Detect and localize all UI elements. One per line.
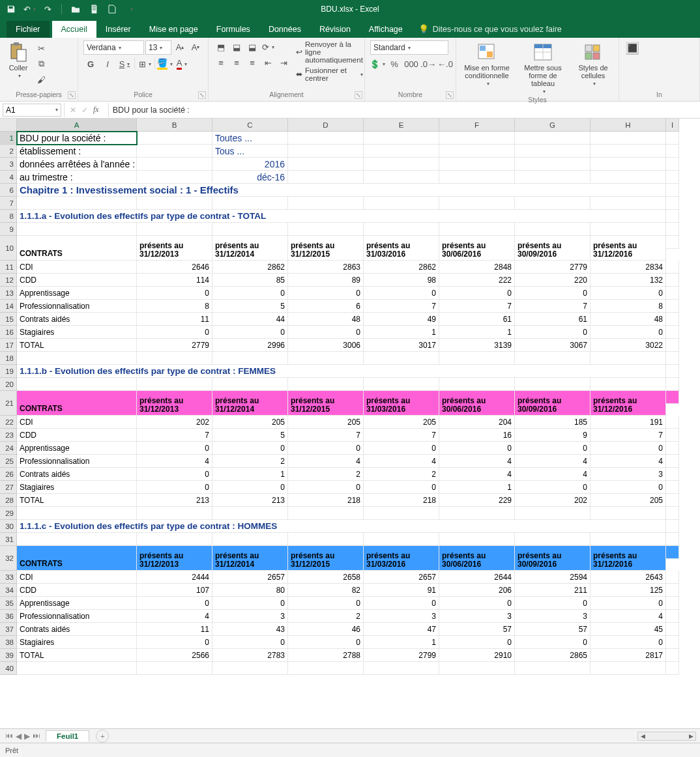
- cell[interactable]: [666, 416, 679, 429]
- cell[interactable]: 3017: [364, 339, 439, 352]
- cell[interactable]: [288, 132, 364, 145]
- cell[interactable]: [137, 533, 212, 546]
- cell[interactable]: 0: [591, 326, 666, 339]
- cell[interactable]: 3: [439, 610, 515, 623]
- row-header[interactable]: 22: [0, 416, 17, 429]
- cell[interactable]: [137, 662, 212, 675]
- number-format-combo[interactable]: Standard▾: [370, 40, 448, 55]
- column-header[interactable]: A: [17, 119, 137, 132]
- tab-accueil[interactable]: Accueil: [52, 21, 96, 38]
- cell[interactable]: [666, 455, 679, 468]
- sheet-area[interactable]: ABCDEFGHI1BDU pour la société :Toutes ..…: [0, 119, 700, 728]
- cell[interactable]: [288, 378, 364, 391]
- cut-icon[interactable]: ✂: [34, 42, 48, 55]
- cell[interactable]: présents au31/03/2016: [364, 391, 439, 416]
- row-header[interactable]: 1: [0, 132, 17, 145]
- cell[interactable]: 80: [212, 584, 288, 597]
- cell[interactable]: 218: [364, 494, 439, 507]
- cell[interactable]: 2646: [137, 261, 212, 274]
- cell[interactable]: 4: [364, 455, 439, 468]
- cell[interactable]: [666, 313, 679, 326]
- cell[interactable]: 220: [515, 274, 591, 287]
- cell[interactable]: [439, 145, 515, 158]
- cell[interactable]: [515, 533, 591, 546]
- cell[interactable]: 47: [364, 623, 439, 636]
- row-header[interactable]: 25: [0, 455, 17, 468]
- cell[interactable]: TOTAL: [17, 494, 137, 507]
- cell[interactable]: [666, 442, 679, 455]
- cell[interactable]: 3: [364, 610, 439, 623]
- cell[interactable]: 2657: [364, 571, 439, 584]
- cell[interactable]: [666, 520, 679, 533]
- cell[interactable]: [591, 378, 666, 391]
- cell[interactable]: 125: [591, 584, 666, 597]
- orientation-icon[interactable]: ⟳▾: [261, 40, 275, 53]
- cell[interactable]: [666, 339, 679, 352]
- cell[interactable]: 4: [288, 455, 364, 468]
- cell[interactable]: 2862: [364, 261, 439, 274]
- font-color-icon[interactable]: A▾: [175, 57, 189, 70]
- cell[interactable]: [515, 158, 591, 171]
- row-header[interactable]: 23: [0, 429, 17, 442]
- cell[interactable]: 0: [439, 597, 515, 610]
- cell[interactable]: 204: [439, 416, 515, 429]
- increase-decimal-icon[interactable]: .0→: [421, 57, 435, 70]
- cell[interactable]: [666, 171, 679, 184]
- paste-button[interactable]: Coller ▾: [5, 40, 31, 80]
- cell[interactable]: [439, 197, 515, 210]
- conditional-formatting-button[interactable]: Mise en forme conditionnelle▾: [461, 40, 512, 88]
- cell[interactable]: 4: [591, 610, 666, 623]
- row-header[interactable]: 31: [0, 533, 17, 546]
- cell[interactable]: 202: [515, 494, 591, 507]
- cell[interactable]: CDD: [17, 274, 137, 287]
- cell[interactable]: 44: [212, 313, 288, 326]
- cell[interactable]: 82: [288, 584, 364, 597]
- cell[interactable]: présents au31/12/2015: [288, 391, 364, 416]
- cell[interactable]: [666, 145, 679, 158]
- column-header[interactable]: G: [515, 119, 591, 132]
- cell[interactable]: [591, 507, 666, 520]
- cell[interactable]: 0: [364, 481, 439, 494]
- align-center-icon[interactable]: ≡: [229, 56, 244, 69]
- cell[interactable]: 2799: [364, 649, 439, 662]
- cell[interactable]: 7: [364, 300, 439, 313]
- row-header[interactable]: 14: [0, 300, 17, 313]
- cell[interactable]: présents au31/03/2016: [364, 236, 439, 261]
- row-header[interactable]: 11: [0, 261, 17, 274]
- cell[interactable]: 3022: [591, 339, 666, 352]
- cell[interactable]: [212, 223, 288, 236]
- enter-formula-icon[interactable]: ✓: [81, 106, 88, 115]
- cell[interactable]: au trimestre :: [17, 171, 137, 184]
- cell[interactable]: 0: [288, 442, 364, 455]
- cell[interactable]: 57: [515, 623, 591, 636]
- cell[interactable]: 0: [288, 481, 364, 494]
- column-header[interactable]: C: [212, 119, 288, 132]
- cell[interactable]: 191: [591, 416, 666, 429]
- row-header[interactable]: 40: [0, 662, 17, 675]
- font-name-combo[interactable]: Verdana▾: [83, 40, 144, 55]
- cell[interactable]: 0: [288, 597, 364, 610]
- cell[interactable]: Contrats aidés: [17, 313, 137, 326]
- cell[interactable]: TOTAL: [17, 339, 137, 352]
- cell[interactable]: 91: [364, 584, 439, 597]
- row-header[interactable]: 7: [0, 197, 17, 210]
- cell[interactable]: 211: [515, 584, 591, 597]
- sheet-nav-prev-icon[interactable]: ◀: [16, 732, 22, 741]
- cell[interactable]: présents au30/06/2016: [439, 391, 515, 416]
- cell[interactable]: [439, 171, 515, 184]
- cell[interactable]: [439, 223, 515, 236]
- tab-affichage[interactable]: Affichage: [360, 21, 412, 38]
- cell[interactable]: [17, 507, 137, 520]
- cell[interactable]: 0: [515, 597, 591, 610]
- tab-mise-en-page[interactable]: Mise en page: [140, 21, 207, 38]
- scroll-left-icon[interactable]: ◀: [638, 732, 647, 740]
- cell[interactable]: présents au31/12/2014: [212, 391, 288, 416]
- row-header[interactable]: 32: [0, 546, 17, 571]
- cell[interactable]: Apprentissage: [17, 597, 137, 610]
- cell[interactable]: présents au31/12/2015: [288, 546, 364, 571]
- cell[interactable]: [364, 158, 439, 171]
- cell[interactable]: 98: [364, 274, 439, 287]
- cell[interactable]: 1: [364, 636, 439, 649]
- cell[interactable]: 2817: [591, 649, 666, 662]
- cell[interactable]: [364, 352, 439, 365]
